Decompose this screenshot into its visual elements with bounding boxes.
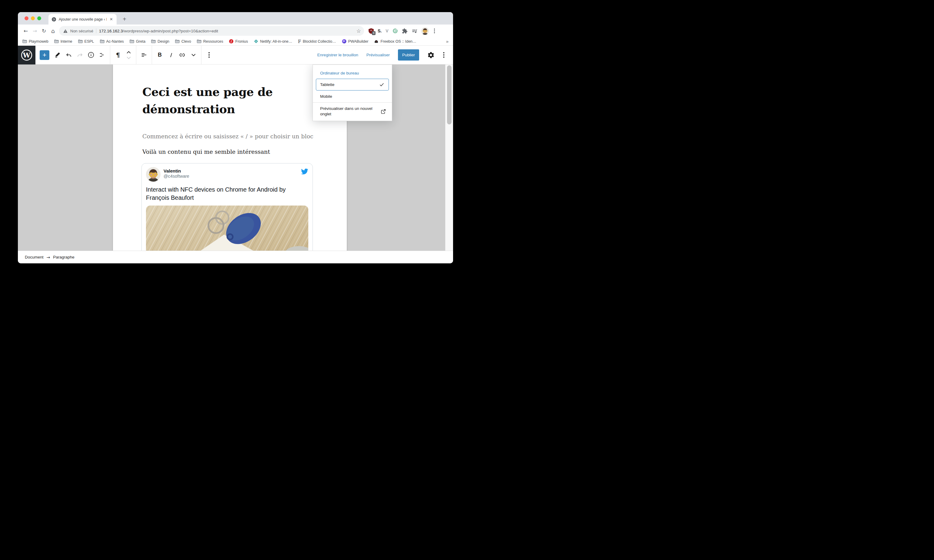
green-extension-icon[interactable] — [393, 28, 398, 34]
omnibox-divider — [96, 28, 96, 33]
link-button[interactable] — [177, 46, 188, 65]
move-up-button[interactable] — [126, 51, 131, 54]
more-rich-text-chevron-icon[interactable] — [188, 46, 199, 65]
bookmark-label: Fronius — [235, 39, 248, 44]
bookmark-blocklist-collectio[interactable]: FBlocklist Collectio… — [298, 39, 336, 44]
undo-button[interactable] — [63, 46, 74, 65]
ublock-extension-icon[interactable]: ub 8 — [368, 28, 374, 34]
close-window-button[interactable] — [25, 16, 28, 20]
bookmark-clevo[interactable]: Clevo — [175, 39, 191, 44]
back-button[interactable]: ← — [21, 26, 30, 35]
browser-window: Ajouter une nouvelle page ‹ Dé ✕ + ← → ↻… — [18, 12, 453, 263]
breadcrumb-paragraph[interactable]: Paragraphe — [53, 255, 74, 259]
bookmark-pwabuilder[interactable]: PWABuilder — [342, 39, 368, 44]
browser-tab[interactable]: Ajouter une nouvelle page ‹ Dé ✕ — [48, 14, 117, 25]
tweet-author-name[interactable]: Valentin — [163, 167, 189, 174]
svg-text:W: W — [23, 51, 31, 59]
post-title-field[interactable]: Ceci est une page de démonstration — [142, 83, 317, 118]
bookmark-design[interactable]: Design — [151, 39, 169, 44]
bookmark-ac-nantes[interactable]: Ac-Nantes — [100, 39, 124, 44]
tweet-author-handle[interactable]: @c4software — [163, 174, 189, 178]
bold-button[interactable]: B — [154, 46, 165, 65]
external-link-icon — [381, 108, 387, 114]
bookmarks-overflow-chevron[interactable]: » — [446, 39, 449, 44]
wordpress-logo[interactable]: W — [18, 46, 35, 65]
editor-more-kebab-icon[interactable] — [438, 46, 449, 65]
breadcrumb-document[interactable]: Document — [25, 255, 44, 259]
vue-devtools-extension-icon[interactable]: V — [385, 28, 388, 33]
tab-strip: Ajouter une nouvelle page ‹ Dé ✕ + — [18, 12, 453, 25]
new-tab-button[interactable]: + — [120, 15, 128, 23]
stylus-extension-icon[interactable]: S. — [378, 28, 382, 33]
bookmark-playmoweb[interactable]: Playmoweb — [22, 39, 48, 44]
bookmark-fronius[interactable]: fFronius — [229, 39, 248, 44]
svg-text:ub: ub — [370, 29, 372, 31]
tweet-text[interactable]: Interact with NFC devices on Chrome for … — [146, 186, 308, 202]
extensions-puzzle-icon[interactable] — [402, 28, 408, 34]
redo-button[interactable] — [74, 46, 85, 65]
twitter-bird-icon[interactable] — [301, 167, 308, 177]
italic-button[interactable] — [165, 46, 177, 65]
edit-pencil-button[interactable] — [52, 46, 63, 65]
fullscreen-window-button[interactable] — [37, 16, 41, 20]
address-bar[interactable]: Non sécurisé 172.16.162.3/wordpress/wp-a… — [59, 26, 364, 36]
toolbar-separator — [136, 46, 136, 65]
block-movers — [123, 46, 134, 65]
not-secure-warning-icon[interactable] — [63, 29, 68, 33]
bookmark-items: PlaymowebInterneESPLAc-NantesGretaDesign… — [22, 39, 416, 44]
list-view-button[interactable] — [97, 46, 108, 65]
editor-canvas: Ceci est une page de démonstration Comme… — [18, 65, 453, 251]
preview-option-desktop[interactable]: Ordinateur de bureau — [313, 69, 392, 77]
bookmark-greta[interactable]: Greta — [129, 39, 145, 44]
bookmark-freebox-os-iden[interactable]: Freebox OS :: Iden… — [374, 39, 416, 44]
bookmark-star-icon[interactable]: ☆ — [356, 28, 361, 34]
publish-button[interactable]: Publier — [398, 49, 419, 60]
home-button[interactable]: ⌂ — [48, 26, 57, 35]
settings-gear-icon[interactable] — [425, 46, 436, 65]
save-draft-button[interactable]: Enregistrer le brouillon — [317, 53, 358, 57]
playlist-extension-icon[interactable] — [412, 28, 417, 34]
bookmark-ressources[interactable]: Ressources — [197, 39, 223, 44]
reload-button[interactable]: ↻ — [39, 26, 48, 35]
bookmark-espl[interactable]: ESPL — [78, 39, 94, 44]
twitter-embed-card[interactable]: Valentin @c4software Interact with NFC d… — [142, 163, 313, 251]
forward-button[interactable]: → — [30, 26, 39, 35]
bookmark-label: Ac-Nantes — [106, 39, 124, 44]
canvas-scrollbar[interactable] — [445, 65, 453, 251]
details-info-button[interactable] — [85, 46, 97, 65]
folder-icon — [129, 39, 134, 43]
preview-button[interactable]: Prévisualiser — [367, 53, 390, 57]
bookmark-label: Netlify: All-in-one… — [260, 39, 292, 44]
tab-close-icon[interactable]: ✕ — [109, 17, 114, 22]
profile-avatar[interactable] — [421, 27, 429, 35]
bookmark-label: Greta — [136, 39, 145, 44]
paragraph-block-button[interactable]: ¶ — [113, 46, 123, 65]
preview-in-new-tab-label: Prévisualiser dans un nouvel onglet — [320, 106, 376, 117]
chrome-menu-icon[interactable] — [433, 28, 436, 33]
folder-icon — [175, 39, 180, 43]
paragraph-block[interactable]: Voilà un contenu qui me semble intéressa… — [142, 148, 317, 155]
bookmark-label: PWABuilder — [348, 39, 368, 44]
fronius-icon: f — [229, 39, 233, 44]
tweet-author-avatar[interactable] — [146, 167, 160, 182]
folder-icon — [197, 39, 201, 43]
preview-in-new-tab-option[interactable]: Prévisualiser dans un nouvel onglet — [313, 103, 392, 121]
align-button[interactable] — [139, 46, 150, 65]
scrollbar-thumb[interactable] — [447, 65, 452, 125]
preview-option-mobile[interactable]: Mobile — [313, 91, 392, 102]
bookmark-netlify-all-in-one[interactable]: Netlify: All-in-one… — [254, 39, 292, 44]
bookmark-interne[interactable]: Interne — [54, 39, 72, 44]
tweet-photo-nfc-keyfob[interactable] — [146, 206, 308, 251]
tab-favicon-globe-icon — [51, 17, 56, 22]
toolbar-separator — [110, 46, 110, 65]
block-options-kebab-icon[interactable] — [203, 46, 215, 65]
empty-block-placeholder[interactable]: Commencez à écrire ou saisissez « / » po… — [142, 133, 317, 140]
editor-toolbar: W + ¶ — [18, 46, 453, 65]
preview-option-tablet[interactable]: Tablette — [316, 79, 389, 91]
block-inserter-button[interactable]: + — [40, 50, 49, 60]
move-down-button[interactable] — [126, 57, 131, 59]
minimize-window-button[interactable] — [31, 16, 35, 20]
ublock-badge: 8 — [372, 31, 376, 35]
browser-toolbar: ← → ↻ ⌂ Non sécurisé 172.16.162.3/wordpr… — [18, 25, 453, 37]
pwabuilder-icon — [342, 39, 347, 44]
